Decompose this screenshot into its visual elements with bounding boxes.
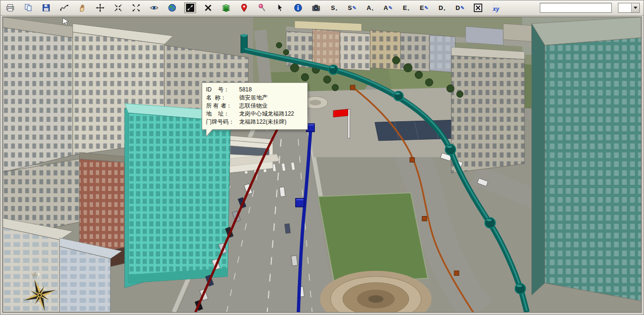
a-edit-button[interactable]: A✎ <box>382 2 394 13</box>
zoom-out-extent-button[interactable] <box>130 2 142 13</box>
xy-label: xy <box>493 7 499 11</box>
tooltip-row: 所 有 者：志联佳物业 <box>206 102 304 110</box>
tooltip-value: 龙福路122(未挂牌) <box>239 118 286 126</box>
building-right-gray <box>451 47 525 173</box>
measure-polyline-button[interactable] <box>58 2 70 13</box>
tooltip-label: 门牌号码： <box>206 118 237 126</box>
a-edit-label: A <box>384 5 388 11</box>
tooltip-value: 5818 <box>239 86 252 94</box>
tooltip-value: 龙岗中心城龙福路122 <box>239 110 294 118</box>
tooltip-label: 所 有 者： <box>206 102 237 110</box>
identify-info-button[interactable] <box>292 2 304 13</box>
copy-icon <box>24 3 33 12</box>
pen-mark-icon: ✎ <box>424 6 428 10</box>
place-marker-button[interactable] <box>238 2 250 13</box>
dot-mark: . <box>372 5 374 11</box>
arrows-inward-icon <box>114 3 123 12</box>
route-blue-node[interactable] <box>295 198 304 207</box>
pen-mark-icon: ✎ <box>352 6 356 10</box>
eye-icon <box>150 3 159 12</box>
layers-button[interactable] <box>220 2 232 13</box>
e-query-label: E <box>403 5 407 11</box>
info-icon <box>294 3 303 12</box>
crosshair-arrows-icon <box>96 3 105 12</box>
tooltip-row: ID 号：5818 <box>206 86 304 94</box>
snapshot-button[interactable] <box>310 2 322 13</box>
route-orange-node[interactable] <box>410 158 414 162</box>
tooltip-label: 名 称： <box>206 94 237 102</box>
d-edit-button[interactable]: D✎ <box>454 2 466 13</box>
map-viewport[interactable]: N ID 号：5818 名 称：德安居地产 所 有 者：志联佳物业 地 址：龙岗… <box>2 17 642 313</box>
cursor-arrow-icon <box>276 3 285 12</box>
info-tooltip: ID 号：5818 名 称：德安居地产 所 有 者：志联佳物业 地 址：龙岗中心… <box>202 82 308 130</box>
delete-button[interactable] <box>202 2 214 13</box>
tooltip-label: ID 号： <box>206 86 237 94</box>
e-query-button[interactable]: E. <box>400 2 412 13</box>
map-3d-scene[interactable]: N <box>3 17 641 312</box>
dot-mark: . <box>407 5 409 11</box>
e-edit-label: E <box>420 5 424 11</box>
map-pin-icon <box>240 3 249 12</box>
tooltip-row: 名 称：德安居地产 <box>206 94 304 102</box>
building-far-left <box>3 17 73 172</box>
d-query-button[interactable]: D. <box>436 2 448 13</box>
d-query-label: D <box>438 5 443 11</box>
layers-icon <box>222 3 231 12</box>
dot-mark: . <box>335 5 337 11</box>
application-window: S. S✎ A. A✎ E. E✎ D. D✎ <box>0 0 644 315</box>
building-glass-tower <box>532 17 641 301</box>
s-query-button[interactable]: S. <box>328 2 340 13</box>
toolbar: S. S✎ A. A✎ E. E✎ D. D✎ <box>0 0 644 16</box>
arrows-outward-icon <box>132 3 141 12</box>
route-orange-node[interactable] <box>350 85 355 90</box>
boxed-x-icon <box>474 3 483 12</box>
polyline-icon <box>60 3 69 12</box>
xy-coordinates-button[interactable]: · · xy <box>490 2 502 13</box>
s-query-label: S <box>331 5 335 11</box>
pushpin-button[interactable] <box>256 2 268 13</box>
camera-icon <box>312 3 321 12</box>
s-edit-label: S <box>348 5 352 11</box>
save-button[interactable] <box>40 2 52 13</box>
s-edit-button[interactable]: S✎ <box>346 2 358 13</box>
fullscreen-icon <box>186 3 195 12</box>
floppy-disk-icon <box>42 3 51 12</box>
tooltip-row: 门牌号码：龙福路122(未挂牌) <box>206 118 304 126</box>
printer-icon <box>6 3 15 12</box>
hand-icon <box>78 3 87 12</box>
x-icon <box>204 3 213 12</box>
d-edit-label: D <box>456 5 460 11</box>
combobox-dropdown-button[interactable] <box>631 3 639 12</box>
pen-mark-icon: ✎ <box>461 6 465 10</box>
tooltip-value: 志联佳物业 <box>239 102 268 110</box>
dot-mark: . <box>444 5 446 11</box>
layer-combobox[interactable] <box>618 3 640 13</box>
e-edit-button[interactable]: E✎ <box>418 2 430 13</box>
route-orange-node[interactable] <box>454 271 459 276</box>
globe-icon <box>168 3 177 12</box>
pen-mark-icon: ✎ <box>389 6 393 10</box>
central-lawn <box>318 193 428 283</box>
visibility-button[interactable] <box>148 2 160 13</box>
print-button[interactable] <box>4 2 16 13</box>
tooltip-row: 地 址：龙岗中心城龙福路122 <box>206 110 304 118</box>
chevron-down-icon <box>634 7 637 9</box>
pushpin-icon <box>258 3 267 12</box>
a-query-label: A <box>367 5 371 11</box>
globe-view-button[interactable] <box>166 2 178 13</box>
center-view-button[interactable] <box>94 2 106 13</box>
tooltip-value: 德安居地产 <box>239 94 268 102</box>
full-extent-button[interactable] <box>184 2 196 13</box>
a-query-button[interactable]: A. <box>364 2 376 13</box>
search-input[interactable] <box>540 3 612 13</box>
tooltip-label: 地 址： <box>206 110 237 118</box>
select-cursor-button[interactable] <box>274 2 286 13</box>
close-box-button[interactable] <box>472 2 484 13</box>
copy-button[interactable] <box>22 2 34 13</box>
route-orange-node[interactable] <box>422 216 427 221</box>
zoom-in-extent-button[interactable] <box>112 2 124 13</box>
pan-button[interactable] <box>76 2 88 13</box>
